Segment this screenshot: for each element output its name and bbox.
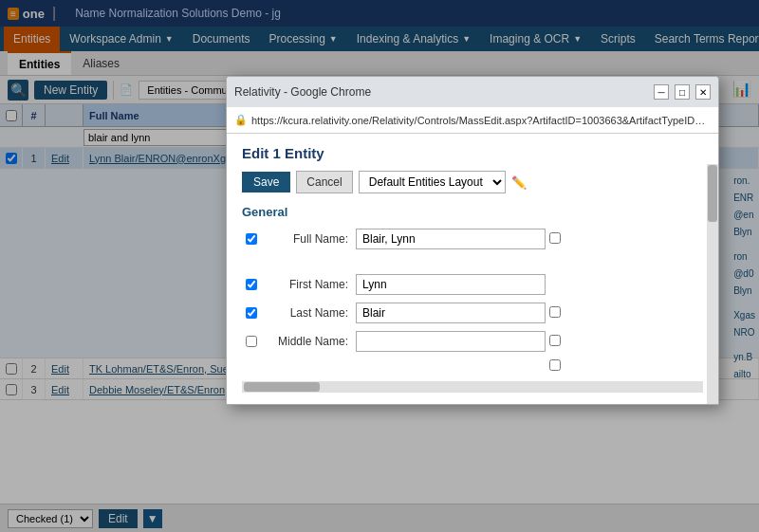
browser-addressbar: 🔒 https://kcura.relativity.one/Relativit…	[227, 107, 718, 134]
lastname-field-checkbox[interactable]	[242, 307, 261, 319]
firstname-field-checkbox[interactable]	[242, 279, 261, 290]
middlename-input[interactable]	[356, 331, 546, 352]
browser-minimize-button[interactable]: ─	[654, 84, 669, 100]
firstname-label: First Name:	[261, 278, 356, 291]
layout-select[interactable]: Default Entities Layout	[359, 171, 506, 193]
middlename-label: Middle Name:	[261, 335, 356, 348]
lock-icon: 🔒	[234, 114, 248, 126]
modal-hscroll[interactable]	[242, 381, 703, 393]
middlename-field-checkbox[interactable]	[242, 336, 261, 347]
lastname-input[interactable]	[356, 303, 546, 323]
fullname-field-checkbox[interactable]	[242, 233, 261, 245]
browser-titlebar: Relativity - Google Chrome ─ □ ✕	[227, 77, 718, 107]
extra-checkbox[interactable]	[549, 359, 568, 374]
middlename-extra-checkbox[interactable]	[549, 335, 568, 349]
extra-field-row	[242, 359, 703, 374]
lastname-extra-checkbox[interactable]	[549, 306, 568, 321]
edit-pencil-icon[interactable]: ✏️	[511, 175, 527, 190]
lastname-field-row: Last Name:	[242, 303, 703, 323]
modal-vscroll[interactable]	[707, 164, 718, 404]
modal-hscroll-thumb	[244, 382, 320, 392]
save-button[interactable]: Save	[242, 172, 290, 193]
browser-url: https://kcura.relativity.one/Relativity/…	[251, 115, 711, 126]
browser-title: Relativity - Google Chrome	[234, 85, 648, 99]
spacer-row	[242, 257, 703, 274]
modal-title: Edit 1 Entity	[242, 145, 703, 161]
fullname-extra-checkbox[interactable]	[549, 232, 568, 247]
browser-maximize-button[interactable]: □	[675, 84, 690, 100]
cancel-button[interactable]: Cancel	[296, 171, 352, 193]
firstname-field-row: First Name:	[242, 274, 703, 295]
fullname-field-row: Full Name:	[242, 229, 703, 249]
modal-content: Edit 1 Entity Save Cancel Default Entiti…	[227, 134, 718, 404]
browser-window: Relativity - Google Chrome ─ □ ✕ 🔒 https…	[226, 76, 719, 405]
firstname-input[interactable]	[356, 274, 546, 295]
fullname-label: Full Name:	[261, 232, 356, 246]
section-title: General	[242, 205, 703, 219]
lastname-label: Last Name:	[261, 306, 356, 320]
fullname-input[interactable]	[356, 229, 546, 249]
browser-close-button[interactable]: ✕	[695, 84, 711, 100]
modal-toolbar: Save Cancel Default Entities Layout ✏️	[242, 171, 703, 193]
modal-vscroll-thumb	[708, 165, 717, 222]
middlename-field-row: Middle Name:	[242, 331, 703, 352]
